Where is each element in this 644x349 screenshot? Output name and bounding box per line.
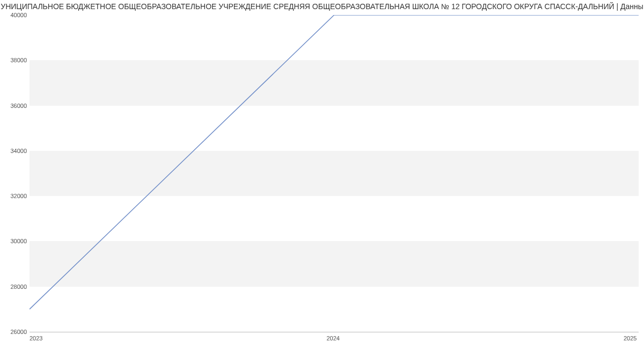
y-tick-label: 30000: [3, 238, 27, 244]
y-tick-label: 40000: [3, 12, 27, 18]
y-tick-label: 26000: [3, 329, 27, 335]
x-tick-label: 2024: [327, 335, 340, 341]
y-tick-label: 32000: [3, 193, 27, 199]
x-tick-label: 2025: [624, 335, 636, 341]
line-chart: УНИЦИПАЛЬНОЕ БЮДЖЕТНОЕ ОБЩЕОБРАЗОВАТЕЛЬН…: [0, 0, 644, 349]
x-tick-label: 2023: [30, 335, 42, 341]
plot-area: [30, 15, 639, 332]
chart-title: УНИЦИПАЛЬНОЕ БЮДЖЕТНОЕ ОБЩЕОБРАЗОВАТЕЛЬН…: [0, 2, 644, 11]
y-tick-label: 38000: [3, 57, 27, 63]
y-tick-label: 28000: [3, 283, 27, 290]
data-line: [30, 15, 639, 332]
y-tick-label: 34000: [3, 148, 27, 154]
y-tick-label: 36000: [3, 103, 27, 109]
